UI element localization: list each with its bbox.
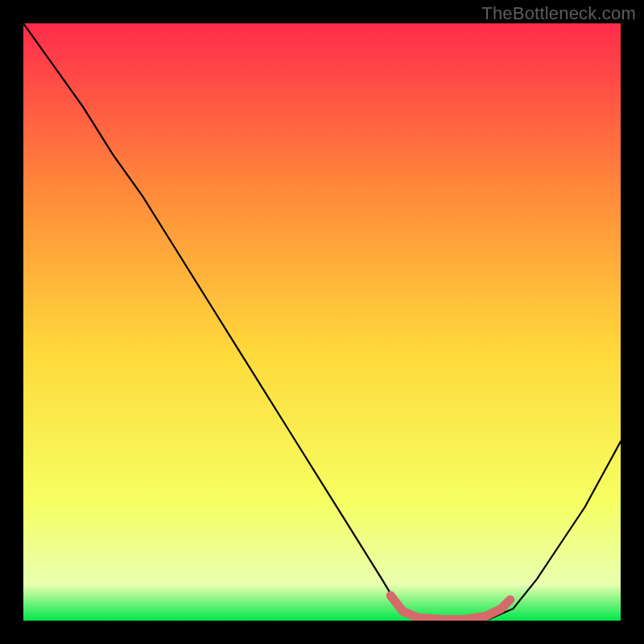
- optimal-range-start-dot: [386, 592, 394, 600]
- chart-frame: TheBottleneck.com: [0, 0, 644, 644]
- plot-svg: [23, 23, 621, 621]
- bottleneck-plot: [23, 23, 621, 621]
- optimal-range-end-dot: [506, 596, 514, 604]
- gradient-background: [23, 23, 621, 621]
- watermark-label: TheBottleneck.com: [481, 3, 636, 24]
